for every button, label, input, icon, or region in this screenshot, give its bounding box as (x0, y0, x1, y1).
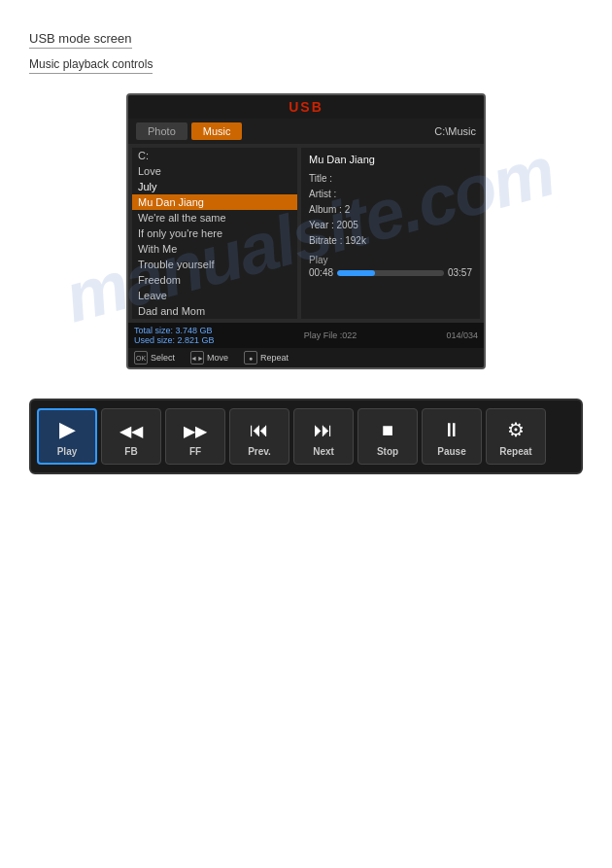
repeat-button[interactable]: Repeat (486, 408, 546, 465)
list-item[interactable]: If only you're here (132, 226, 297, 241)
play-icon (59, 417, 76, 442)
tab-photo[interactable]: Photo (136, 122, 187, 140)
controls-bar: Play FB FF Prev. Next Stop Pause (29, 399, 583, 474)
top-line-2: Music playback controls (29, 57, 153, 74)
move-label: Move (207, 353, 228, 363)
track-panel: Mu Dan Jiang Title : Artist : Album : 2 … (301, 148, 480, 319)
file-count: 014/034 (446, 330, 478, 340)
year-value: 2005 (337, 220, 358, 230)
bitrate-label: Bitrate : (309, 235, 342, 246)
fb-icon (119, 417, 143, 442)
list-item[interactable]: Dad and Mom (132, 303, 297, 319)
repeat-icon (507, 417, 525, 442)
play-file: Play File :022 (304, 330, 357, 340)
list-item[interactable]: Freedom (132, 272, 297, 288)
fb-label: FB (124, 446, 137, 457)
track-artist-name: Mu Dan Jiang (309, 154, 472, 165)
list-item[interactable]: July (132, 179, 297, 194)
list-item[interactable]: We're all the same (132, 210, 297, 226)
title-label: Title : (309, 173, 332, 184)
usb-screen-panel: USB Photo Music C:\Music C: Love July Mu… (126, 93, 486, 369)
time-start: 00:48 (309, 267, 333, 278)
used-size: Used size: 2.821 GB (134, 335, 215, 345)
prev-label: Prev. (248, 446, 271, 457)
footer-repeat[interactable]: ● Repeat (244, 351, 289, 365)
select-icon: OK (134, 351, 148, 365)
year-label: Year : (309, 220, 334, 230)
list-item[interactable]: Leave (132, 288, 297, 303)
prev-button[interactable]: Prev. (229, 408, 289, 465)
play-label: Play (309, 255, 472, 265)
total-size: Total size: 3.748 GB (134, 326, 215, 335)
usb-tabs: Photo Music C:\Music (128, 119, 484, 144)
usb-status: Total size: 3.748 GB Used size: 2.821 GB… (128, 323, 484, 348)
progress-row: 00:48 03:57 (309, 267, 472, 278)
list-item[interactable]: With Me (132, 241, 297, 257)
select-label: Select (151, 353, 175, 363)
stop-label: Stop (377, 446, 398, 457)
next-button[interactable]: Next (293, 408, 354, 465)
play-label-ctrl: Play (57, 446, 78, 457)
file-panel: C: Love July Mu Dan Jiang We're all the … (132, 148, 297, 319)
repeat-label: Repeat (499, 446, 531, 457)
album-label: Album : (309, 204, 342, 215)
pause-icon (442, 417, 461, 442)
album-value: 2 (345, 204, 351, 215)
play-button[interactable]: Play (37, 408, 97, 465)
stop-button[interactable]: Stop (357, 408, 418, 465)
progress-bar-bg (337, 270, 444, 276)
drive-label: C: (132, 148, 297, 163)
fb-button[interactable]: FB (101, 408, 161, 465)
next-label: Next (313, 446, 334, 457)
repeat-footer-icon: ● (244, 351, 257, 365)
repeat-footer-label: Repeat (260, 353, 289, 363)
storage-info: Total size: 3.748 GB Used size: 2.821 GB (134, 326, 215, 345)
next-icon (314, 417, 333, 442)
ff-label: FF (189, 446, 201, 457)
stop-icon (382, 417, 393, 442)
footer-select[interactable]: OK Select (134, 351, 175, 365)
top-text: USB mode screen Music playback controls (29, 29, 583, 74)
usb-path: C:\Music (434, 125, 476, 137)
artist-label: Artist : (309, 189, 336, 199)
move-icon: ◄► (190, 351, 204, 365)
pause-button[interactable]: Pause (422, 408, 482, 465)
list-item[interactable]: Trouble yourself (132, 257, 297, 272)
usb-header: USB (128, 95, 484, 119)
track-meta: Title : Artist : Album : 2 Year : 2005 B… (309, 171, 472, 249)
ff-icon (184, 417, 207, 442)
progress-bar-fill (337, 270, 374, 276)
list-item[interactable]: Mu Dan Jiang (132, 194, 297, 210)
tab-music[interactable]: Music (191, 122, 243, 140)
list-item[interactable]: Love (132, 163, 297, 179)
file-list: Love July Mu Dan Jiang We're all the sam… (132, 163, 297, 319)
time-end: 03:57 (448, 267, 472, 278)
ff-button[interactable]: FF (165, 408, 225, 465)
pause-label: Pause (437, 446, 465, 457)
bitrate-value: 192k (345, 235, 366, 246)
usb-body: C: Love July Mu Dan Jiang We're all the … (128, 144, 484, 323)
page-content: USB mode screen Music playback controls … (0, 0, 612, 494)
footer-move[interactable]: ◄► Move (190, 351, 228, 365)
top-line-1: USB mode screen (29, 31, 132, 49)
prev-icon (250, 417, 269, 442)
usb-footer: OK Select ◄► Move ● Repeat (128, 348, 484, 367)
